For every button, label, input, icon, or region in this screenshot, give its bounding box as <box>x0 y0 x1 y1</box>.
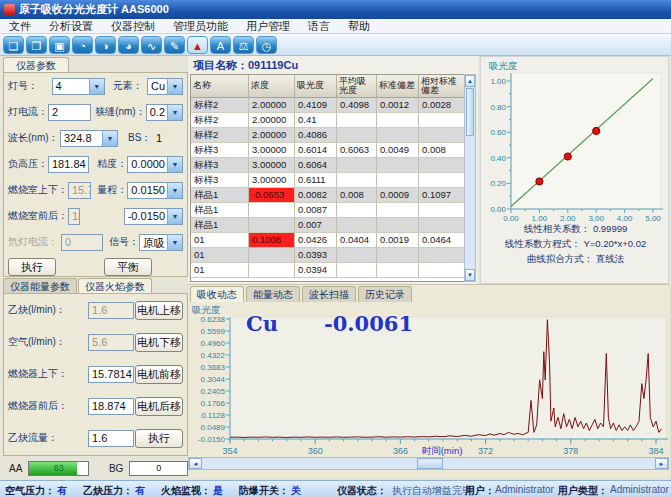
left-lower-tabs: 仪器能量参数 仪器火焰参数 <box>3 278 153 294</box>
scroll-thumb[interactable] <box>466 88 474 136</box>
save-icon[interactable]: ▣ <box>49 36 70 54</box>
wavelength-select[interactable]: 324.8 ▼ <box>60 130 118 147</box>
table-cell: 0.41 <box>295 113 337 128</box>
menu-item-0[interactable]: 文件 <box>0 19 40 34</box>
scroll-down-icon[interactable]: ▼ <box>465 269 475 281</box>
slit-select[interactable]: 0.2 ▼ <box>146 104 183 121</box>
window-title: 原子吸收分光光度计 AAS6000 <box>19 2 169 17</box>
balance-button[interactable]: 平衡 <box>104 258 152 276</box>
flame-row-input[interactable]: 15.7814 <box>88 366 134 383</box>
scroll-thumb[interactable] <box>417 458 443 469</box>
table-row[interactable]: 样品10.007 <box>191 218 475 233</box>
table-row[interactable]: 010.0394 <box>191 263 475 278</box>
svg-text:384: 384 <box>648 446 663 456</box>
chevron-down-icon[interactable]: ▼ <box>89 79 104 94</box>
table-cell <box>377 158 419 173</box>
energy-meter-icon-2[interactable]: ◑ <box>95 36 116 54</box>
flame-ignite-icon[interactable]: ▲ <box>187 36 208 54</box>
results-table[interactable]: 名称浓度吸光度平均吸光度标准偏差相对标准偏差标样22.000000.41090.… <box>190 74 476 282</box>
range2-select[interactable]: -0.0150 ▼ <box>124 208 183 225</box>
motor-button[interactable]: 电机前移 <box>135 365 183 384</box>
instrument-status-label: 仪器状态： <box>337 484 387 497</box>
menu-item-4[interactable]: 用户管理 <box>237 19 299 34</box>
menu-item-5[interactable]: 语言 <box>299 19 339 34</box>
motor-button[interactable]: 电机上移 <box>135 301 183 320</box>
lamp-current-input[interactable]: 2 <box>48 104 91 121</box>
svg-text:0.60: 0.60 <box>490 128 506 137</box>
table-row[interactable]: 010.10080.04260.04040.00190.0464 <box>191 233 475 248</box>
table-row[interactable]: 标样22.000000.41090.40980.00120.0028 <box>191 98 475 113</box>
chevron-down-icon[interactable]: ▼ <box>167 209 182 224</box>
column-header[interactable]: 吸光度 <box>295 75 337 97</box>
svg-text:0.00: 0.00 <box>490 205 506 214</box>
table-row[interactable]: 标样33.000000.6064 <box>191 158 475 173</box>
range-select[interactable]: 0.0150 ▼ <box>127 182 183 199</box>
column-header[interactable]: 名称 <box>191 75 249 97</box>
power-icon[interactable]: ◷ <box>256 36 277 54</box>
open-file-icon[interactable]: ❐ <box>26 36 47 54</box>
project-name-value: 091119Cu <box>248 59 298 71</box>
table-row[interactable]: 样品1-0.06530.00820.0080.00090.1097 <box>191 188 475 203</box>
chevron-down-icon[interactable]: ▼ <box>167 79 182 94</box>
motor-button[interactable]: 电机后移 <box>135 397 183 416</box>
chevron-down-icon[interactable]: ▼ <box>167 183 182 198</box>
signal-select[interactable]: 原吸 ▼ <box>139 234 183 251</box>
dynamics-scrollbar[interactable]: ◄ ► <box>188 457 669 470</box>
energy-meter-icon-1[interactable]: ◔ <box>72 36 93 54</box>
status-bar: 仪器状态： 执行自动增益完毕! 用户： Administrator 用户类型： … <box>0 480 671 497</box>
new-file-icon[interactable]: ❏ <box>3 36 24 54</box>
menu-item-6[interactable]: 帮助 <box>339 19 379 34</box>
table-row[interactable]: 标样33.000000.6111 <box>191 173 475 188</box>
column-header[interactable]: 平均吸光度 <box>337 75 377 97</box>
execute-button[interactable]: 执行 <box>8 258 56 276</box>
table-cell: 0.0426 <box>295 233 337 248</box>
flame-row-input[interactable]: 1.6 <box>88 430 134 447</box>
dynamics-tab-2[interactable]: 波长扫描 <box>302 286 356 302</box>
motor-button[interactable]: 电机下移 <box>135 333 183 352</box>
energy-100-meter-icon[interactable]: ◕ <box>118 36 139 54</box>
scroll-left-icon[interactable]: ◄ <box>189 458 202 469</box>
chevron-down-icon[interactable]: ▼ <box>167 105 182 120</box>
svg-text:0.3683: 0.3683 <box>201 363 226 372</box>
column-header[interactable]: 相对标准偏差 <box>419 75 465 97</box>
menu-item-3[interactable]: 管理员功能 <box>164 19 237 34</box>
chevron-down-icon[interactable]: ▼ <box>167 157 182 172</box>
column-header[interactable]: 标准偏差 <box>377 75 419 97</box>
dynamics-tab-3[interactable]: 历史记录 <box>358 286 412 302</box>
table-scrollbar[interactable]: ▲ ▼ <box>464 74 476 282</box>
chevron-down-icon[interactable]: ▼ <box>102 131 117 146</box>
bs-value: 1 <box>156 132 162 144</box>
column-header[interactable]: 浓度 <box>249 75 295 97</box>
element-select[interactable]: Cu ▼ <box>147 78 183 95</box>
aa-label: AA <box>9 463 22 474</box>
menu-item-2[interactable]: 仪器控制 <box>102 19 164 34</box>
hv-input[interactable]: 181.84 <box>48 156 89 173</box>
status-label: 防爆开关： <box>239 484 289 497</box>
status-value: 是 <box>213 484 223 497</box>
burner-adjust-icon[interactable]: ✎ <box>164 36 185 54</box>
table-cell <box>249 218 295 233</box>
table-row[interactable]: 样品10.0087 <box>191 203 475 218</box>
motor-button[interactable]: 执行 <box>135 429 183 448</box>
balance-icon[interactable]: ⚖ <box>233 36 254 54</box>
scroll-up-icon[interactable]: ▲ <box>465 75 475 87</box>
table-row[interactable]: 010.0393 <box>191 248 475 263</box>
menu-item-1[interactable]: 分析设置 <box>40 19 102 34</box>
auto-gain-icon[interactable]: A <box>210 36 231 54</box>
svg-text:5.00: 5.00 <box>645 214 661 221</box>
svg-text:0.40: 0.40 <box>490 154 506 163</box>
table-row[interactable]: 标样22.000000.4086 <box>191 128 475 143</box>
lamp-no-select[interactable]: 4 ▼ <box>52 78 105 95</box>
wavelength-scan-icon[interactable]: ∿ <box>141 36 162 54</box>
table-cell: 标样3 <box>191 158 249 173</box>
svg-text:0.1128: 0.1128 <box>201 411 225 420</box>
table-cell: 0.0394 <box>295 263 337 278</box>
dynamics-tab-1[interactable]: 能量动态 <box>246 286 300 302</box>
chevron-down-icon[interactable]: ▼ <box>167 235 182 250</box>
precision-select[interactable]: 0.0000 ▼ <box>127 156 183 173</box>
table-row[interactable]: 标样22.000000.41 <box>191 113 475 128</box>
table-row[interactable]: 标样33.000000.60140.60630.00490.008 <box>191 143 475 158</box>
flame-row-input[interactable]: 18.874 <box>88 398 134 415</box>
scroll-right-icon[interactable]: ► <box>655 458 668 469</box>
dynamics-tab-0[interactable]: 吸收动态 <box>190 286 244 302</box>
